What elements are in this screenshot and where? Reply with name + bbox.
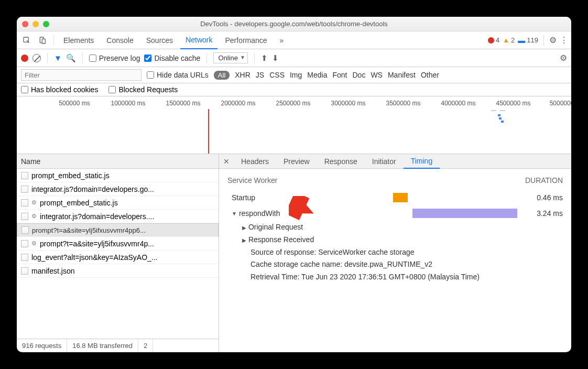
error-counter[interactable]: 4 — [488, 36, 499, 44]
request-row[interactable]: prompt?t=a&site=ylj5ifxusvvmr4pp6... — [17, 223, 219, 237]
panel-settings-icon[interactable]: ⚙ — [560, 53, 567, 63]
has-blocked-label: Has blocked cookies — [31, 85, 98, 94]
filter-all[interactable]: All — [214, 71, 230, 80]
startup-duration: 0.46 ms — [521, 193, 563, 202]
message-count: 119 — [527, 36, 538, 44]
hide-data-urls-checkbox[interactable]: Hide data URLs — [147, 71, 209, 79]
name-header[interactable]: Name — [17, 154, 219, 169]
respondwith-duration: 3.24 ms — [521, 209, 563, 218]
expand-icon: ▼ — [232, 211, 237, 216]
main-tabs: Elements Console Sources Network Perform… — [17, 31, 571, 49]
window-title: DevTools - developers.google.com/web/too… — [17, 20, 571, 28]
network-toolbar: ▼ 🔍 Preserve log Disable cache Online▼ ⬆… — [17, 49, 571, 67]
subtab-preview[interactable]: Preview — [276, 154, 317, 169]
has-blocked-cookies-checkbox[interactable]: Has blocked cookies — [21, 85, 98, 94]
filter-type-css[interactable]: CSS — [269, 71, 285, 79]
filter-type-font[interactable]: Font — [332, 71, 347, 79]
tab-console[interactable]: Console — [101, 31, 138, 49]
clear-button[interactable] — [32, 54, 41, 62]
request-name: log_event?alt=json&key=AIzaSyAO_... — [31, 253, 157, 262]
startup-label: Startup — [232, 193, 255, 202]
preserve-log-label: Preserve log — [99, 54, 140, 62]
maximize-window-button[interactable] — [43, 21, 49, 27]
subtab-response[interactable]: Response — [317, 154, 365, 169]
tick: 1500000 ms — [156, 100, 211, 107]
throttling-select[interactable]: Online▼ — [213, 52, 248, 63]
filter-type-js[interactable]: JS — [256, 71, 264, 79]
error-count: 4 — [496, 36, 499, 44]
record-button[interactable] — [21, 55, 28, 62]
titlebar: DevTools - developers.google.com/web/too… — [17, 17, 571, 31]
tab-sources[interactable]: Sources — [141, 31, 178, 49]
filter-type-ws[interactable]: WS — [371, 71, 383, 79]
gear-icon: ⚙ — [31, 213, 37, 220]
request-row[interactable]: prompt_embed_static.js — [17, 169, 219, 182]
close-window-button[interactable] — [22, 21, 28, 27]
tick: 2000000 ms — [211, 100, 266, 107]
filter-type-doc[interactable]: Doc — [352, 71, 365, 79]
request-name: integrator.js?domain=developers.... — [40, 212, 154, 221]
original-request-row[interactable]: ▶ Original Request — [242, 221, 563, 234]
status-bar: 916 requests 16.8 MB transferred 2 — [17, 339, 219, 352]
gear-icon: ⚙ — [31, 199, 37, 206]
request-row[interactable]: ⚙integrator.js?domain=developers.... — [17, 210, 219, 223]
filter-type-other[interactable]: Other — [421, 71, 439, 79]
minimize-window-button[interactable] — [32, 21, 39, 27]
warning-counter[interactable]: ▲2 — [503, 36, 515, 44]
blocked-requests-checkbox[interactable]: Blocked Requests — [108, 85, 178, 94]
filter-type-img[interactable]: Img — [290, 71, 302, 79]
download-icon[interactable]: ⬇ — [272, 53, 279, 63]
timing-row-respondwith[interactable]: ▼respondWith 3.24 ms — [227, 205, 563, 221]
more-icon[interactable]: ⋮ — [560, 35, 568, 45]
file-icon — [21, 226, 29, 234]
right-cluster: 4 ▲2 ▬119 ⚙ ⋮ — [488, 35, 568, 46]
file-icon — [21, 199, 28, 207]
tick: 5000000 — [541, 100, 571, 107]
blocked-requests-label: Blocked Requests — [118, 85, 178, 94]
settings-icon[interactable]: ⚙ — [549, 35, 557, 45]
tick: 3500000 ms — [376, 100, 431, 107]
device-toggle-icon[interactable] — [36, 34, 49, 47]
message-counter[interactable]: ▬119 — [518, 36, 538, 45]
hide-data-urls-label: Hide data URLs — [157, 71, 209, 79]
subtab-initiator[interactable]: Initiator — [365, 154, 404, 169]
transferred-size: 16.8 MB transferred — [67, 339, 138, 352]
file-icon — [21, 240, 28, 247]
filter-type-media[interactable]: Media — [307, 71, 327, 79]
preserve-log-checkbox[interactable]: Preserve log — [89, 54, 140, 62]
split-pane: Name prompt_embed_static.jsintegrator.js… — [17, 154, 571, 352]
timing-body: Service Worker DURATION Startup 0.46 ms … — [219, 169, 571, 352]
filter-type-xhr[interactable]: XHR — [235, 71, 251, 79]
inspect-icon[interactable] — [20, 34, 34, 47]
subtab-headers[interactable]: Headers — [234, 154, 276, 169]
file-icon — [21, 254, 28, 261]
request-row[interactable]: ⚙prompt_embed_static.js — [17, 196, 219, 210]
search-icon[interactable]: 🔍 — [66, 53, 76, 63]
tab-performance[interactable]: Performance — [220, 31, 272, 49]
request-list-pane: Name prompt_embed_static.jsintegrator.js… — [17, 154, 219, 352]
request-row[interactable]: ⚙prompt?t=a&site=ylj5ifxusvvmr4p... — [17, 237, 219, 251]
filter-icon[interactable]: ▼ — [54, 53, 62, 62]
request-row[interactable]: log_event?alt=json&key=AIzaSyAO_... — [17, 251, 219, 264]
tick: 3000000 ms — [321, 100, 376, 107]
subtab-timing[interactable]: Timing — [404, 154, 440, 169]
close-detail-button[interactable]: ✕ — [219, 157, 234, 166]
disable-cache-checkbox[interactable]: Disable cache — [144, 54, 200, 62]
filter-input[interactable] — [21, 69, 141, 81]
file-icon — [21, 186, 28, 193]
request-row[interactable]: manifest.json — [17, 264, 219, 278]
tab-overflow[interactable]: » — [275, 31, 289, 49]
tab-network[interactable]: Network — [180, 31, 217, 49]
tick: 4000000 ms — [431, 100, 486, 107]
tab-elements[interactable]: Elements — [58, 31, 99, 49]
request-name: prompt_embed_static.js — [40, 199, 118, 207]
overview-ticks: 500000 ms 1000000 ms 1500000 ms 2000000 … — [17, 96, 571, 107]
timing-details: ▶ Original Request ▶ Response Received S… — [227, 221, 563, 284]
request-row[interactable]: integrator.js?domain=developers.go... — [17, 182, 219, 196]
respondwith-label: respondWith — [239, 209, 280, 218]
response-received-row[interactable]: ▶ Response Received — [242, 234, 563, 246]
overview-timeline[interactable]: 500000 ms 1000000 ms 1500000 ms 2000000 … — [17, 96, 571, 154]
request-list[interactable]: prompt_embed_static.jsintegrator.js?doma… — [17, 169, 219, 339]
filter-type-manifest[interactable]: Manifest — [388, 71, 416, 79]
upload-icon[interactable]: ⬆ — [261, 53, 268, 63]
